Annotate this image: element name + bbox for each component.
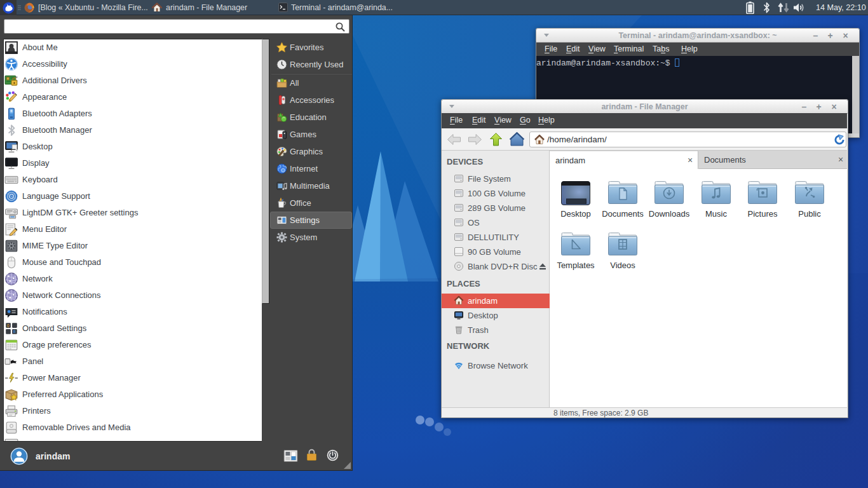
svg-text:B: B [13, 329, 16, 334]
svg-text:O: O [7, 323, 10, 329]
